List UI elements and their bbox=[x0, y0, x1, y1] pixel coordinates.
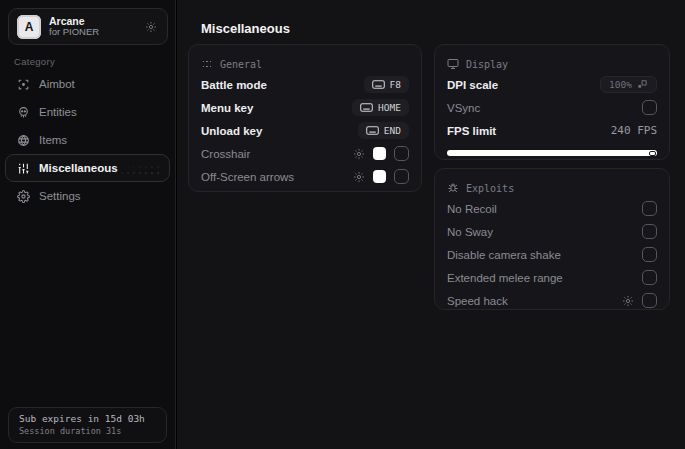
exploits-card: Exploits No Recoil No Sway Disable camer… bbox=[434, 168, 670, 310]
app-header-text: Arcane for PIONER bbox=[49, 15, 135, 38]
offscreen-arrows-label: Off-Screen arrows bbox=[201, 171, 353, 183]
battle-mode-keybind[interactable]: F8 bbox=[364, 76, 409, 93]
display-card-header: Display bbox=[447, 55, 657, 73]
dpi-scale-label: DPI scale bbox=[447, 79, 600, 91]
entities-icon bbox=[16, 105, 30, 119]
no-recoil-checkbox[interactable] bbox=[642, 201, 657, 216]
unload-key-label: Unload key bbox=[201, 125, 358, 137]
category-label: Category bbox=[14, 56, 55, 67]
unload-key-keybind[interactable]: END bbox=[358, 122, 409, 139]
monitor-icon bbox=[447, 58, 459, 70]
sidebar-item-items[interactable]: Items bbox=[5, 126, 170, 154]
fps-limit-label: FPS limit bbox=[447, 125, 611, 137]
app-logo: A bbox=[17, 15, 41, 39]
vsync-label: VSync bbox=[447, 102, 642, 114]
header-settings-button[interactable] bbox=[143, 19, 159, 35]
no-sway-row: No Sway bbox=[447, 220, 657, 243]
no-sway-label: No Sway bbox=[447, 226, 642, 238]
grid-icon bbox=[201, 58, 213, 70]
subscription-status-card: Sub expires in 15d 03h Session duration … bbox=[8, 407, 167, 443]
vsync-row: VSync bbox=[447, 96, 657, 119]
sidebar-item-entities[interactable]: Entities bbox=[5, 98, 170, 126]
sidebar-item-label: Miscellaneous bbox=[39, 162, 118, 174]
sidebar-item-miscellaneous[interactable]: Miscellaneous bbox=[5, 154, 170, 182]
app-window: A Arcane for PIONER Category Aimbot bbox=[0, 0, 685, 449]
slider-knob[interactable] bbox=[649, 151, 656, 156]
disable-camera-shake-row: Disable camera shake bbox=[447, 243, 657, 266]
exploits-card-header: Exploits bbox=[447, 179, 657, 197]
app-subtitle: for PIONER bbox=[49, 27, 135, 38]
sidebar-item-label: Entities bbox=[39, 106, 77, 118]
sidebar-nav: Aimbot Entities Items Miscellaneous bbox=[5, 70, 170, 210]
crosshair-checkbox[interactable] bbox=[394, 146, 409, 161]
keybind-value: HOME bbox=[378, 102, 401, 113]
app-logo-letter: A bbox=[25, 20, 34, 34]
app-header-card: A Arcane for PIONER bbox=[8, 8, 168, 45]
extended-melee-range-checkbox[interactable] bbox=[642, 270, 657, 285]
gear-icon bbox=[16, 189, 30, 203]
keyboard-icon bbox=[372, 80, 385, 89]
main-content: Miscellaneous General Battle mode F8 bbox=[177, 0, 685, 449]
bug-icon bbox=[447, 182, 459, 194]
display-card-title: Display bbox=[466, 59, 508, 70]
speed-hack-settings-gear-icon[interactable] bbox=[622, 295, 634, 307]
offscreen-arrows-row: Off-Screen arrows bbox=[201, 165, 409, 188]
dpi-scale-value: 100% bbox=[609, 79, 632, 90]
sidebar-item-settings[interactable]: Settings bbox=[5, 182, 170, 210]
sidebar: A Arcane for PIONER Category Aimbot bbox=[0, 0, 176, 449]
keybind-value: END bbox=[384, 125, 401, 136]
no-recoil-label: No Recoil bbox=[447, 203, 642, 215]
general-card-title: General bbox=[220, 59, 262, 70]
crosshair-settings-gear-icon[interactable] bbox=[353, 148, 365, 160]
session-duration-text: Session duration 31s bbox=[19, 426, 156, 436]
menu-key-row: Menu key HOME bbox=[201, 96, 409, 119]
keyboard-icon bbox=[366, 126, 379, 135]
keyboard-icon bbox=[360, 103, 373, 112]
scale-icon bbox=[637, 79, 648, 90]
battle-mode-row: Battle mode F8 bbox=[201, 73, 409, 96]
fps-limit-slider[interactable] bbox=[447, 150, 657, 156]
disable-camera-shake-label: Disable camera shake bbox=[447, 249, 642, 261]
crosshair-color-swatch[interactable] bbox=[373, 147, 386, 160]
speed-hack-row: Speed hack bbox=[447, 289, 657, 312]
exploits-card-title: Exploits bbox=[466, 183, 514, 194]
sidebar-item-label: Settings bbox=[39, 190, 81, 202]
fps-limit-row: FPS limit 240 FPS bbox=[447, 119, 657, 142]
crosshair-scan-icon bbox=[16, 77, 30, 91]
crosshair-row: Crosshair bbox=[201, 142, 409, 165]
sidebar-item-label: Aimbot bbox=[39, 78, 75, 90]
gear-icon bbox=[145, 21, 157, 33]
sidebar-item-label: Items bbox=[39, 134, 67, 146]
fps-limit-value: 240 FPS bbox=[611, 124, 657, 137]
sidebar-item-aimbot[interactable]: Aimbot bbox=[5, 70, 170, 98]
general-card-header: General bbox=[201, 55, 409, 73]
keybind-value: F8 bbox=[390, 79, 401, 90]
offscreen-checkbox[interactable] bbox=[394, 169, 409, 184]
general-card: General Battle mode F8 Menu key bbox=[188, 44, 422, 192]
battle-mode-label: Battle mode bbox=[201, 79, 364, 91]
extended-melee-range-label: Extended melee range bbox=[447, 272, 642, 284]
no-recoil-row: No Recoil bbox=[447, 197, 657, 220]
vsync-checkbox[interactable] bbox=[642, 100, 657, 115]
display-card: Display DPI scale 100% VSync bbox=[434, 44, 670, 160]
offscreen-settings-gear-icon[interactable] bbox=[353, 171, 365, 183]
extended-melee-range-row: Extended melee range bbox=[447, 266, 657, 289]
menu-key-keybind[interactable]: HOME bbox=[352, 99, 409, 116]
menu-key-label: Menu key bbox=[201, 102, 352, 114]
sub-expiry-text: Sub expires in 15d 03h bbox=[19, 413, 156, 424]
page-title: Miscellaneous bbox=[201, 21, 290, 36]
unload-key-row: Unload key END bbox=[201, 119, 409, 142]
dpi-scale-row: DPI scale 100% bbox=[447, 73, 657, 96]
crosshair-label: Crosshair bbox=[201, 148, 353, 160]
dpi-scale-select[interactable]: 100% bbox=[600, 76, 657, 93]
miscellaneous-icon bbox=[16, 161, 30, 175]
speed-hack-label: Speed hack bbox=[447, 295, 622, 307]
no-sway-checkbox[interactable] bbox=[642, 224, 657, 239]
offscreen-color-swatch[interactable] bbox=[373, 170, 386, 183]
package-icon bbox=[16, 133, 30, 147]
disable-camera-shake-checkbox[interactable] bbox=[642, 247, 657, 262]
speed-hack-checkbox[interactable] bbox=[642, 293, 657, 308]
slider-track bbox=[447, 150, 657, 156]
